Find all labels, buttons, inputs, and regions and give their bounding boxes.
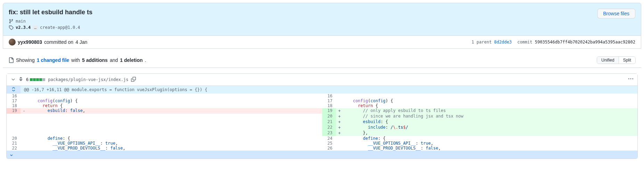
commit-sha: 59035546db7ff4b7020242ba994a5395aac92802 [535, 40, 635, 45]
line-number[interactable]: 26 [322, 146, 336, 151]
committed-text: committed on [44, 39, 73, 45]
commit-date: 4 Jan [75, 39, 87, 45]
line-number[interactable] [7, 130, 21, 136]
diffstat: 6 [26, 77, 45, 82]
tag-row: v2.3.4 … create-app@1.0.4 [9, 25, 635, 30]
code-cell: config(config) { [343, 98, 638, 103]
line-number[interactable] [7, 119, 21, 125]
line-number[interactable]: 17 [7, 98, 21, 103]
diff-marker: - [21, 108, 27, 114]
line-number[interactable]: 24 [322, 136, 336, 141]
code-cell [27, 114, 322, 119]
code-cell: __VUE_OPTIONS_API__: true, [27, 141, 322, 146]
code-cell: define: { [343, 136, 638, 141]
branch-row: main [9, 19, 635, 24]
parent-info: 1 parent 8d2dde3 [472, 40, 512, 45]
more-tags-button[interactable]: … [33, 25, 38, 30]
commit-header: fix: still let esbuild handle ts Browse … [3, 3, 641, 36]
code-cell [27, 94, 322, 98]
diff-marker [21, 125, 27, 130]
collapse-file-button[interactable] [11, 77, 16, 83]
diff-marker: + [336, 125, 343, 130]
code-cell: config(config) { [27, 98, 322, 103]
code-cell: __VUE_PROD_DEVTOOLS__: false, [343, 146, 638, 151]
line-number[interactable]: 20 [322, 114, 336, 119]
code-cell: // since we are handling jsx and tsx now [343, 114, 638, 119]
code-cell [27, 119, 322, 125]
commit-sha-info: commit 59035546db7ff4b7020242ba994a5395a… [517, 40, 635, 45]
hunk-header: @@ -16,7 +16,11 @@ module.exports = func… [7, 86, 637, 94]
line-number[interactable]: 22 [322, 125, 336, 130]
unified-view-button[interactable]: Unified [597, 57, 618, 64]
line-number[interactable]: 20 [7, 136, 21, 141]
diff-marker [336, 98, 343, 103]
code-cell: include: /\.ts$/ [343, 125, 638, 130]
tag-icon [9, 25, 14, 30]
line-number[interactable]: 16 [7, 94, 21, 98]
file-diff-icon [8, 57, 14, 63]
line-number[interactable]: 16 [322, 94, 336, 98]
diff-marker: + [336, 130, 343, 136]
author-link[interactable]: yyx990803 [18, 39, 42, 45]
line-number[interactable] [7, 114, 21, 119]
diff-marker [336, 146, 343, 151]
and-text: and [110, 57, 118, 63]
additions-count: 5 additions [82, 57, 108, 63]
diff-marker [21, 141, 27, 146]
file-header: 6 packages/plugin-vue-jsx/index.js [7, 74, 637, 86]
with-text: with [71, 57, 80, 63]
code-cell: return { [343, 103, 638, 108]
file-diff: 6 packages/plugin-vue-jsx/index.js [6, 73, 638, 159]
diff-marker: + [336, 114, 343, 119]
diff-marker [21, 136, 27, 141]
line-number[interactable]: 18 [7, 103, 21, 108]
code-cell: return { [27, 103, 322, 108]
diffstat-count: 6 [26, 77, 28, 82]
expand-up-button[interactable] [7, 86, 21, 94]
branch-name[interactable]: main [16, 19, 26, 24]
file-menu-button[interactable] [628, 77, 633, 83]
line-number[interactable]: 17 [322, 98, 336, 103]
commit-meta-bar: yyx990803 committed on 4 Jan 1 parent 8d… [3, 36, 641, 49]
line-number[interactable]: 22 [7, 146, 21, 151]
split-view-button[interactable]: Split [619, 57, 635, 64]
browse-files-button[interactable]: Browse files [597, 9, 635, 18]
line-number[interactable]: 21 [7, 141, 21, 146]
tag-primary[interactable]: v2.3.4 [16, 25, 31, 30]
diff-marker [21, 130, 27, 136]
line-number[interactable]: 25 [322, 141, 336, 146]
diff-toolbar: Showing 1 changed file with 5 additions … [3, 53, 641, 68]
expand-all-button[interactable] [18, 77, 23, 83]
view-toggle: Unified Split [597, 56, 636, 64]
line-number[interactable]: 21 [322, 119, 336, 125]
code-cell [343, 94, 638, 98]
line-number[interactable]: 19 [322, 108, 336, 114]
line-number[interactable]: 23 [322, 130, 336, 136]
code-cell: esbuild: false, [27, 108, 322, 114]
diff-marker [336, 103, 343, 108]
diff-marker [21, 119, 27, 125]
code-cell: esbuild: { [343, 119, 638, 125]
line-number[interactable]: 18 [322, 103, 336, 108]
tag-secondary[interactable]: create-app@1.0.4 [40, 25, 80, 30]
line-number[interactable]: 19 [7, 108, 21, 114]
line-number[interactable] [7, 125, 21, 130]
code-cell: __VUE_PROD_DEVTOOLS__: false, [27, 146, 322, 151]
code-cell: define: { [27, 136, 322, 141]
code-cell [27, 130, 322, 136]
diff-table: @@ -16,7 +16,11 @@ module.exports = func… [7, 86, 637, 159]
diff-marker [21, 103, 27, 108]
copy-path-button[interactable] [131, 77, 136, 83]
avatar[interactable] [9, 39, 16, 46]
diff-marker [21, 146, 27, 151]
commit-title: fix: still let esbuild handle ts [9, 9, 635, 16]
code-cell: // only apply esbuild to ts files [343, 108, 638, 114]
branch-icon [9, 19, 14, 24]
file-path[interactable]: packages/plugin-vue-jsx/index.js [48, 77, 128, 82]
expand-down-button[interactable] [7, 151, 21, 159]
diff-marker: + [336, 108, 343, 114]
parent-sha-link[interactable]: 8d2dde3 [494, 40, 512, 45]
changed-files-link[interactable]: 1 changed file [37, 57, 69, 63]
code-cell [27, 125, 322, 130]
showing-text: Showing [16, 57, 35, 63]
